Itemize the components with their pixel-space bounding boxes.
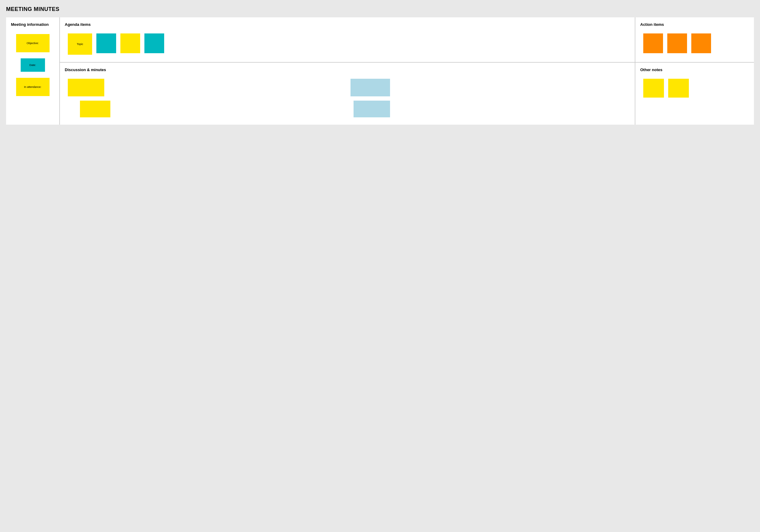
- agenda-items-title: Agenda items: [65, 22, 630, 27]
- other-notes-panel: Other notes: [635, 63, 754, 124]
- meeting-info-notes: Objective: Date: In attendance:: [11, 31, 54, 96]
- board: Meeting information Objective: Date: In …: [6, 17, 754, 124]
- action-items-panel: Action items: [635, 17, 754, 62]
- objective-note[interactable]: Objective:: [16, 34, 50, 52]
- action-cards-row: [640, 31, 749, 56]
- agenda-note-3[interactable]: [120, 33, 140, 53]
- meeting-info-title: Meeting information: [11, 22, 54, 27]
- action-items-title: Action items: [640, 22, 749, 27]
- other-note-2[interactable]: [668, 79, 689, 98]
- disc-note-4[interactable]: [354, 101, 390, 117]
- discussion-title: Discussion & minutes: [65, 68, 630, 72]
- discussion-panel: Discussion & minutes: [60, 63, 635, 124]
- attendance-note[interactable]: In attendance:: [16, 78, 50, 96]
- other-note-1[interactable]: [643, 79, 664, 98]
- agenda-cards-row: Topic: [65, 31, 630, 57]
- disc-note-1[interactable]: [68, 79, 104, 96]
- action-note-3[interactable]: [691, 33, 711, 53]
- disc-note-3[interactable]: [80, 101, 110, 117]
- date-note[interactable]: Date:: [21, 58, 45, 72]
- discussion-cards-area: [65, 76, 630, 120]
- agenda-note-4[interactable]: [144, 33, 164, 53]
- agenda-topic-label: Topic: [76, 43, 83, 46]
- agenda-note-2[interactable]: [96, 33, 116, 53]
- action-note-1[interactable]: [643, 33, 663, 53]
- other-notes-cards-row: [640, 76, 749, 100]
- action-note-2[interactable]: [667, 33, 687, 53]
- page-title: MEETING MINUTES: [6, 6, 754, 13]
- objective-note-label: Objective:: [26, 42, 39, 45]
- attendance-note-label: In attendance:: [24, 85, 41, 88]
- meeting-info-panel: Meeting information Objective: Date: In …: [6, 17, 59, 124]
- agenda-topic-note[interactable]: Topic: [68, 33, 92, 55]
- date-note-label: Date:: [29, 64, 36, 67]
- agenda-items-panel: Agenda items Topic: [60, 17, 635, 62]
- disc-note-2[interactable]: [351, 79, 390, 96]
- other-notes-title: Other notes: [640, 68, 749, 72]
